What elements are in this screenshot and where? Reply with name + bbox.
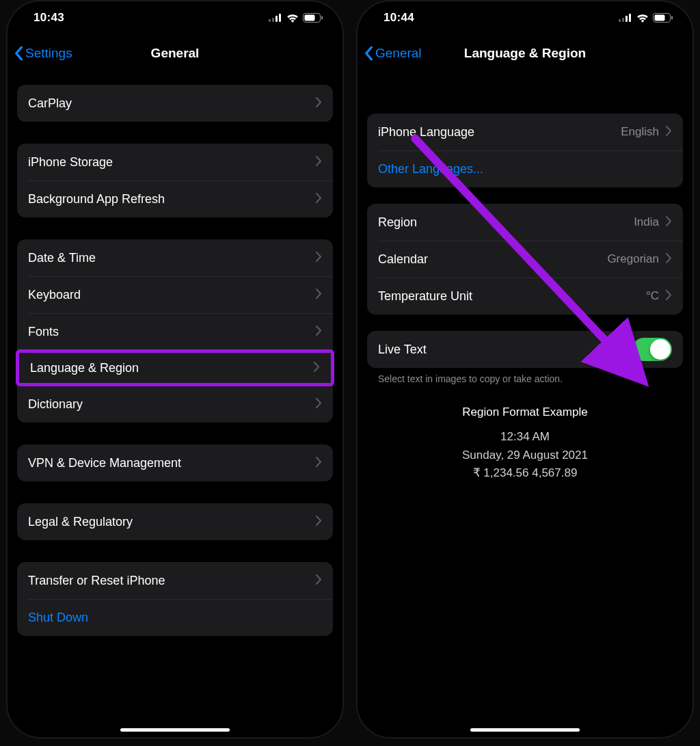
nav-bar: Settings General: [8, 34, 342, 72]
example-time: 12:34 AM: [367, 428, 683, 446]
cell-label: Legal & Regulatory: [28, 515, 133, 529]
svg-rect-0: [269, 19, 271, 22]
settings-group: VPN & Device Management: [17, 444, 333, 481]
cell-signal-icon: [269, 14, 282, 22]
svg-rect-5: [305, 15, 315, 21]
content: CarPlay iPhone Storage Background App Re…: [8, 72, 342, 636]
cell-iphone-storage[interactable]: iPhone Storage: [17, 144, 333, 181]
content: iPhone Language English Other Languages.…: [358, 72, 692, 482]
chevron-right-icon: [316, 325, 322, 338]
settings-group: Transfer or Reset iPhone Shut Down: [17, 562, 333, 636]
cell-other-languages[interactable]: Other Languages...: [367, 150, 683, 187]
battery-icon: [303, 13, 323, 23]
language-group: iPhone Language English Other Languages.…: [367, 114, 683, 187]
back-label: General: [375, 46, 422, 61]
cell-label: Transfer or Reset iPhone: [28, 574, 165, 588]
cell-label: Fonts: [28, 325, 59, 339]
svg-rect-9: [625, 16, 628, 22]
cell-iphone-language[interactable]: iPhone Language English: [367, 114, 683, 150]
cell-value: Gregorian: [607, 252, 659, 266]
status-icons: [619, 13, 673, 23]
cell-value: English: [621, 125, 659, 139]
cell-legal-regulatory[interactable]: Legal & Regulatory: [17, 503, 333, 540]
wifi-icon: [286, 14, 299, 23]
status-icons: [269, 13, 323, 23]
region-group: Region India Calendar Gregorian Temperat…: [367, 204, 683, 315]
svg-rect-6: [321, 16, 323, 20]
cell-background-app-refresh[interactable]: Background App Refresh: [17, 181, 333, 217]
back-button[interactable]: General: [363, 46, 422, 61]
cell-language-region[interactable]: Language & Region: [16, 349, 334, 386]
settings-group: CarPlay: [17, 85, 333, 122]
phone-left: 10:43 Settings General CarPlay iPhone St…: [6, 0, 344, 738]
home-indicator-icon: [470, 728, 580, 732]
live-text-group: Live Text: [367, 331, 683, 368]
page-title: General: [151, 46, 200, 61]
cell-shut-down[interactable]: Shut Down: [17, 599, 333, 636]
chevron-left-icon: [13, 46, 24, 61]
chevron-right-icon: [666, 290, 672, 303]
live-text-toggle[interactable]: [632, 338, 672, 361]
chevron-right-icon: [316, 574, 322, 587]
cell-label: VPN & Device Management: [28, 456, 181, 470]
nav-bar: General Language & Region: [358, 34, 692, 72]
chevron-right-icon: [666, 216, 672, 229]
svg-rect-8: [622, 18, 624, 22]
svg-rect-3: [279, 14, 281, 22]
chevron-right-icon: [316, 193, 322, 206]
cell-fonts[interactable]: Fonts: [17, 313, 333, 350]
chevron-right-icon: [666, 126, 672, 139]
cell-signal-icon: [619, 14, 632, 22]
home-indicator-icon: [120, 728, 230, 732]
cell-value: India: [634, 215, 659, 229]
live-text-footer: Select text in images to copy or take ac…: [367, 368, 683, 384]
cell-region[interactable]: Region India: [367, 204, 683, 241]
chevron-left-icon: [363, 46, 374, 61]
svg-rect-13: [671, 16, 673, 20]
toggle-knob-icon: [650, 339, 671, 360]
phone-right: 10:44 General Language & Region iPhone L…: [356, 0, 694, 738]
cell-label: Temperature Unit: [378, 289, 472, 304]
cell-label: iPhone Language: [378, 125, 474, 139]
cell-dictionary[interactable]: Dictionary: [17, 386, 333, 423]
status-time: 10:43: [33, 11, 64, 25]
cell-carplay[interactable]: CarPlay: [17, 85, 333, 122]
svg-rect-2: [275, 16, 278, 22]
cell-label: Date & Time: [28, 251, 96, 265]
cell-temperature[interactable]: Temperature Unit °C: [367, 278, 683, 315]
chevron-right-icon: [316, 252, 322, 265]
status-bar: 10:43: [8, 1, 342, 34]
cell-label: Keyboard: [28, 288, 81, 302]
cell-label: Calendar: [378, 252, 428, 267]
cell-label: Dictionary: [28, 397, 83, 412]
svg-rect-7: [619, 19, 621, 22]
cell-vpn-device-management[interactable]: VPN & Device Management: [17, 444, 333, 481]
wifi-icon: [636, 14, 649, 23]
chevron-right-icon: [316, 289, 322, 302]
cell-calendar[interactable]: Calendar Gregorian: [367, 241, 683, 278]
settings-group: Legal & Regulatory: [17, 503, 333, 540]
cell-live-text[interactable]: Live Text: [367, 331, 683, 368]
cell-label: Region: [378, 215, 417, 230]
cell-value: °C: [646, 289, 659, 303]
status-bar: 10:44: [358, 1, 692, 34]
cell-keyboard[interactable]: Keyboard: [17, 276, 333, 313]
chevron-right-icon: [316, 457, 322, 470]
back-label: Settings: [25, 46, 72, 61]
cell-transfer-reset[interactable]: Transfer or Reset iPhone: [17, 562, 333, 599]
settings-group: Date & Time Keyboard Fonts Language & Re…: [17, 239, 333, 423]
svg-rect-1: [272, 18, 274, 22]
page-title: Language & Region: [464, 46, 586, 61]
settings-group: iPhone Storage Background App Refresh: [17, 144, 333, 217]
status-time: 10:44: [383, 11, 414, 25]
cell-label: iPhone Storage: [28, 155, 113, 170]
example-numbers: ₹ 1,234.56 4,567.89: [367, 464, 683, 482]
example-header: Region Format Example: [367, 403, 683, 421]
cell-label: Shut Down: [28, 611, 88, 625]
chevron-right-icon: [316, 398, 322, 411]
back-button[interactable]: Settings: [13, 46, 72, 61]
chevron-right-icon: [316, 156, 322, 169]
cell-date-time[interactable]: Date & Time: [17, 239, 333, 276]
svg-rect-10: [629, 14, 631, 22]
chevron-right-icon: [314, 362, 320, 375]
